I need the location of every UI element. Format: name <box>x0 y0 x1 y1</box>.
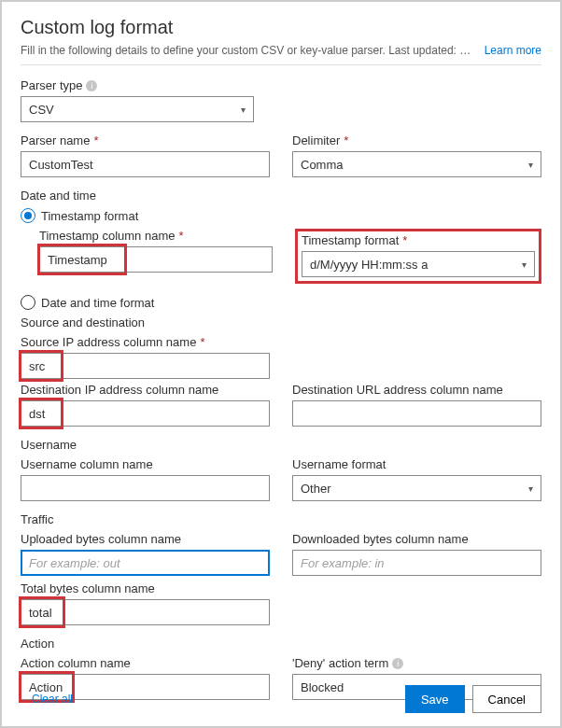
total-bytes-label: Total bytes column name <box>21 581 270 595</box>
dst-ip-input[interactable] <box>21 400 270 427</box>
username-col-label: Username column name <box>21 457 270 471</box>
action-col-label: Action column name <box>21 656 270 670</box>
info-icon: i <box>86 80 97 91</box>
src-ip-label: Source IP address column name* <box>21 335 270 349</box>
cancel-button[interactable]: Cancel <box>472 685 541 713</box>
ts-fmt-label: Timestamp format* <box>302 233 535 247</box>
dst-ip-label: Destination IP address column name <box>21 383 270 397</box>
date-time-section: Date and time <box>21 189 541 203</box>
src-ip-input[interactable] <box>21 353 270 379</box>
downloaded-label: Downloaded bytes column name <box>292 532 541 546</box>
timestamp-format-radio[interactable]: Timestamp format <box>21 208 541 223</box>
uploaded-input[interactable] <box>21 550 270 576</box>
ts-fmt-select[interactable]: d/M/yyyy HH:mm:ss a ▾ <box>302 251 535 277</box>
delimiter-label: Delimiter* <box>292 133 541 147</box>
chevron-down-icon: ▾ <box>528 160 533 170</box>
chevron-down-icon: ▾ <box>241 105 246 115</box>
ts-col-input[interactable] <box>39 246 273 273</box>
dst-url-input[interactable] <box>292 400 541 427</box>
delimiter-select[interactable]: Comma ▾ <box>292 151 541 177</box>
date-time-format-radio[interactable]: Date and time format <box>21 295 541 310</box>
parser-type-select[interactable]: CSV ▾ <box>21 96 254 122</box>
username-col-input[interactable] <box>21 475 270 501</box>
ts-col-label: Timestamp column name* <box>39 229 273 243</box>
traffic-section: Traffic <box>21 512 541 526</box>
downloaded-input[interactable] <box>292 550 541 576</box>
clear-all-link[interactable]: Clear all <box>32 693 73 706</box>
parser-type-label: Parser type i <box>21 78 254 92</box>
dst-url-label: Destination URL address column name <box>292 383 541 397</box>
radio-icon <box>21 295 35 310</box>
username-fmt-select[interactable]: Other ▾ <box>292 475 541 501</box>
parser-name-label: Parser name* <box>21 133 270 147</box>
username-fmt-label: Username format <box>292 457 541 471</box>
info-icon: i <box>392 658 403 669</box>
username-section: Username <box>21 438 541 452</box>
chevron-down-icon: ▾ <box>528 483 533 494</box>
action-section: Action <box>21 637 541 651</box>
page-title: Custom log format <box>21 17 541 38</box>
uploaded-label: Uploaded bytes column name <box>21 532 270 546</box>
parser-name-input[interactable] <box>21 151 270 177</box>
chevron-down-icon: ▾ <box>522 259 527 270</box>
source-dest-section: Source and destination <box>21 315 541 329</box>
learn-more-link[interactable]: Learn more <box>485 44 541 57</box>
radio-icon <box>21 208 35 223</box>
page-subtitle: Fill in the following details to define … <box>21 44 473 57</box>
save-button[interactable]: Save <box>405 685 465 713</box>
total-bytes-input[interactable] <box>21 599 270 625</box>
deny-term-label: 'Deny' action term i <box>292 656 541 670</box>
